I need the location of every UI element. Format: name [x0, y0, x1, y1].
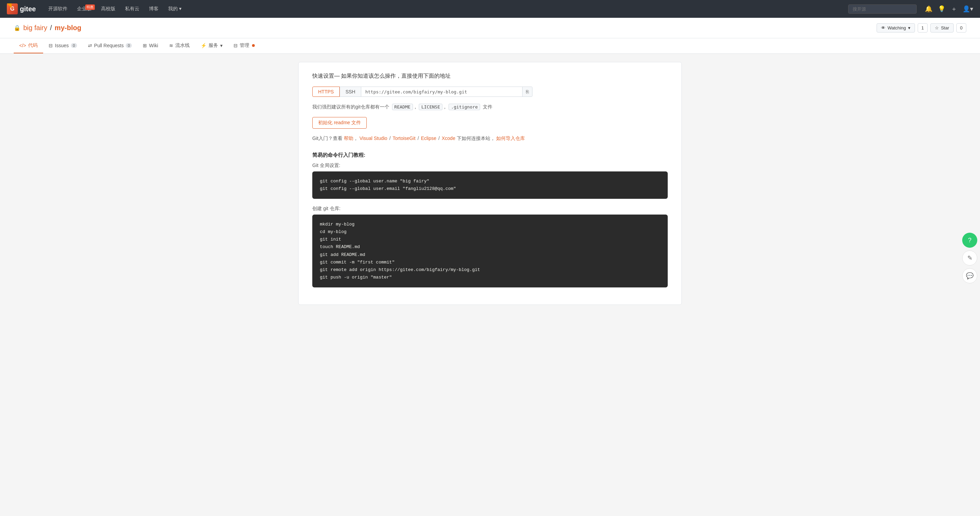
notification-icon[interactable]: 🔔: [925, 5, 932, 13]
manage-icon: ⊟: [234, 43, 238, 48]
license-tag: LICENSE: [419, 104, 442, 110]
repo-title: 🔒 big fairy / my-blog: [14, 24, 81, 32]
watch-label: Watching: [888, 25, 906, 30]
tab-issues-label: Issues: [55, 43, 68, 48]
navbar-actions: 🔔 💡 ＋ 👤▾: [925, 5, 973, 13]
issues-icon: ⊟: [49, 43, 53, 48]
eye-icon: 👁: [881, 25, 886, 30]
nav-opensource[interactable]: 开源软件: [44, 4, 72, 14]
repo-name-link[interactable]: my-blog: [55, 24, 81, 32]
repo-actions: 👁 Watching ▾ 1 ☆ Star 0: [877, 23, 966, 32]
import-repo-link[interactable]: 如何导入仓库: [496, 135, 525, 141]
manage-dot: [252, 44, 255, 47]
nav-links: 开源软件 企业版 特惠 高校版 私有云 博客 我的 ▾: [44, 4, 840, 14]
eclipse-link[interactable]: Eclipse: [421, 135, 436, 141]
watch-dropdown-icon: ▾: [908, 25, 910, 30]
recommend-prefix: 我们强烈建议所有的git仓库都有一个: [312, 104, 389, 110]
url-input-wrapper: ⎘: [361, 87, 533, 97]
repo-owner-link[interactable]: big fairy: [23, 24, 47, 32]
git-help-prefix: Git入门？查看: [312, 135, 342, 141]
tab-pipeline-label: 流水线: [175, 43, 190, 49]
edit-float-button[interactable]: ✎: [962, 251, 977, 265]
repo-header: 🔒 big fairy / my-blog 👁 Watching ▾ 1 ☆ S…: [0, 18, 980, 38]
logo-text: gitee: [20, 5, 36, 13]
tab-wiki-label: Wiki: [149, 43, 158, 48]
lock-icon: 🔒: [14, 25, 21, 31]
tab-services-label: 服务: [208, 43, 218, 49]
wiki-icon: ⊞: [143, 43, 147, 48]
help-float-button[interactable]: ?: [962, 233, 977, 248]
tab-manage-label: 管理: [240, 43, 249, 49]
init-readme-button[interactable]: 初始化 readme 文件: [312, 117, 367, 129]
help-float-icon: ?: [968, 237, 971, 244]
recommend-text: 我们强烈建议所有的git仓库都有一个 README， LICENSE， .git…: [312, 104, 668, 110]
add-icon[interactable]: ＋: [951, 5, 957, 13]
tab-nav: </> 代码 ⊟ Issues 0 ⇄ Pull Requests 0 ⊞ Wi…: [0, 38, 980, 54]
gitignore-tag: .gitignore: [449, 104, 480, 110]
https-button[interactable]: HTTPS: [312, 87, 340, 97]
star-button[interactable]: ☆ Star: [930, 23, 954, 32]
global-config-code: git config --global user.name "big fairy…: [312, 171, 668, 199]
sep2: /: [417, 135, 419, 141]
tab-manage[interactable]: ⊟ 管理: [228, 38, 260, 53]
tortoisegit-link[interactable]: TortoiseGit: [393, 135, 416, 141]
copy-button[interactable]: ⎘: [522, 87, 532, 97]
logo[interactable]: G gitee: [7, 3, 36, 14]
tab-pipeline[interactable]: ≋ 流水线: [164, 38, 195, 53]
separator: /: [50, 24, 52, 32]
watch-count: 1: [918, 23, 928, 32]
watch-button[interactable]: 👁 Watching ▾: [877, 23, 915, 32]
url-input[interactable]: [361, 87, 522, 97]
content-box: 快速设置— 如果你知道该怎么操作，直接使用下面的地址 HTTPS SSH ⎘ 我…: [298, 62, 682, 305]
navbar: G gitee 开源软件 企业版 特惠 高校版 私有云 博客 我的 ▾ 🔔 💡 …: [0, 0, 980, 18]
pr-icon: ⇄: [88, 43, 92, 48]
enterprise-badge: 特惠: [85, 5, 95, 10]
search-input[interactable]: [848, 5, 916, 14]
git-help-suffix: 下如何连接本站，: [457, 135, 495, 141]
star-count: 0: [956, 23, 966, 32]
tab-code[interactable]: </> 代码: [14, 38, 43, 53]
services-icon: ⚡: [200, 43, 207, 48]
git-help-text: Git入门？查看 帮助， Visual Studio / TortoiseGit…: [312, 135, 668, 142]
issues-badge: 0: [71, 43, 77, 48]
pipeline-icon: ≋: [169, 43, 173, 48]
sep1: /: [389, 135, 391, 141]
nav-university[interactable]: 高校版: [97, 4, 119, 14]
xcode-link[interactable]: Xcode: [442, 135, 455, 141]
edit-float-icon: ✎: [967, 254, 972, 262]
star-icon: ☆: [935, 25, 939, 30]
lamp-icon[interactable]: 💡: [938, 5, 945, 13]
quick-setup-title: 快速设置— 如果你知道该怎么操作，直接使用下面的地址: [312, 73, 668, 80]
float-buttons: ? ✎ 💬: [959, 230, 980, 286]
ssh-button[interactable]: SSH: [340, 87, 361, 97]
user-avatar[interactable]: 👤▾: [963, 5, 973, 13]
tab-services[interactable]: ⚡ 服务 ▾: [195, 38, 228, 53]
nav-private-cloud[interactable]: 私有云: [121, 4, 143, 14]
services-dropdown-icon: ▾: [220, 43, 223, 48]
create-repo-label: 创建 git 仓库:: [312, 206, 668, 212]
star-label: Star: [941, 25, 949, 30]
help-link[interactable]: 帮助: [344, 135, 353, 141]
chat-float-button[interactable]: 💬: [962, 268, 977, 283]
nav-mine[interactable]: 我的 ▾: [164, 4, 186, 14]
tab-issues[interactable]: ⊟ Issues 0: [43, 38, 83, 53]
tab-pullrequests[interactable]: ⇄ Pull Requests 0: [83, 38, 138, 53]
code-icon: </>: [19, 43, 26, 48]
nav-blog[interactable]: 博客: [145, 4, 163, 14]
nav-enterprise[interactable]: 企业版 特惠: [73, 4, 95, 14]
recommend-suffix: 文件: [483, 104, 492, 110]
tab-pr-label: Pull Requests: [94, 43, 124, 48]
readme-tag: README: [392, 104, 413, 110]
visual-studio-link[interactable]: Visual Studio: [360, 135, 387, 141]
global-config-label: Git 全局设置:: [312, 162, 668, 169]
tab-wiki[interactable]: ⊞ Wiki: [137, 38, 163, 53]
chat-float-icon: 💬: [966, 272, 974, 279]
tutorial-title: 简易的命令行入门教程:: [312, 152, 668, 159]
tab-code-label: 代码: [28, 43, 38, 49]
create-repo-code: mkdir my-blog cd my-blog git init touch …: [312, 214, 668, 287]
logo-icon: G: [7, 3, 18, 14]
sep3: /: [438, 135, 440, 141]
pr-badge: 0: [126, 43, 132, 48]
main-content: 快速设置— 如果你知道该怎么操作，直接使用下面的地址 HTTPS SSH ⎘ 我…: [285, 62, 695, 305]
protocol-row: HTTPS SSH ⎘: [312, 87, 668, 97]
